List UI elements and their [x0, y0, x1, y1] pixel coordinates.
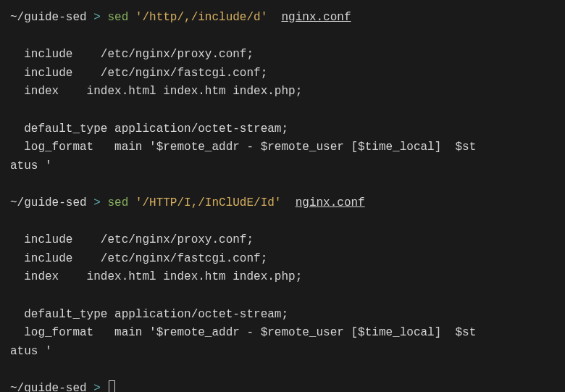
- output-line: atus ': [10, 343, 555, 362]
- command-name: sed: [107, 196, 135, 209]
- output-line: [10, 213, 555, 232]
- output-line: include /etc/nginx/proxy.conf;: [10, 231, 555, 250]
- output-line: default_type application/octet-stream;: [10, 306, 555, 325]
- output-line: [10, 175, 555, 194]
- command-arg: '/http/,/include/d': [135, 11, 275, 24]
- prompt-line[interactable]: ~/guide-sed >: [10, 380, 555, 392]
- output-line: [10, 361, 555, 380]
- output-line: index index.html index.htm index.php;: [10, 268, 555, 287]
- command-arg: '/HTTP/I,/InClUdE/Id': [135, 196, 288, 209]
- output-line: [10, 101, 555, 120]
- output-line: include /etc/nginx/proxy.conf;: [10, 46, 555, 64]
- output-line: atus ': [10, 157, 555, 176]
- output-line: [10, 28, 555, 46]
- output-line: include /etc/nginx/fastcgi.conf;: [10, 250, 555, 269]
- command-file: nginx.conf: [296, 196, 365, 209]
- prompt-symbol: >: [93, 196, 107, 209]
- command-name: sed: [107, 11, 135, 24]
- output-line: default_type application/octet-stream;: [10, 120, 555, 139]
- prompt-symbol: >: [93, 11, 107, 24]
- cursor: [109, 380, 115, 392]
- command-file: nginx.conf: [281, 11, 351, 24]
- prompt-path: ~/guide-sed: [10, 196, 93, 209]
- output-line: index index.html index.htm index.php;: [10, 83, 555, 101]
- prompt-path: ~/guide-sed: [10, 382, 93, 392]
- prompt-line[interactable]: ~/guide-sed > sed '/HTTP/I,/InClUdE/Id' …: [10, 194, 555, 213]
- terminal[interactable]: ~/guide-sed > sed '/http/,/include/d' ng…: [10, 9, 555, 392]
- output-line: [10, 287, 555, 306]
- output-line: include /etc/nginx/fastcgi.conf;: [10, 64, 555, 83]
- prompt-path: ~/guide-sed: [10, 11, 93, 24]
- prompt-symbol: >: [93, 382, 107, 392]
- prompt-line[interactable]: ~/guide-sed > sed '/http/,/include/d' ng…: [10, 9, 555, 28]
- output-line: log_format main '$remote_addr - $remote_…: [10, 138, 555, 157]
- output-line: log_format main '$remote_addr - $remote_…: [10, 324, 555, 343]
